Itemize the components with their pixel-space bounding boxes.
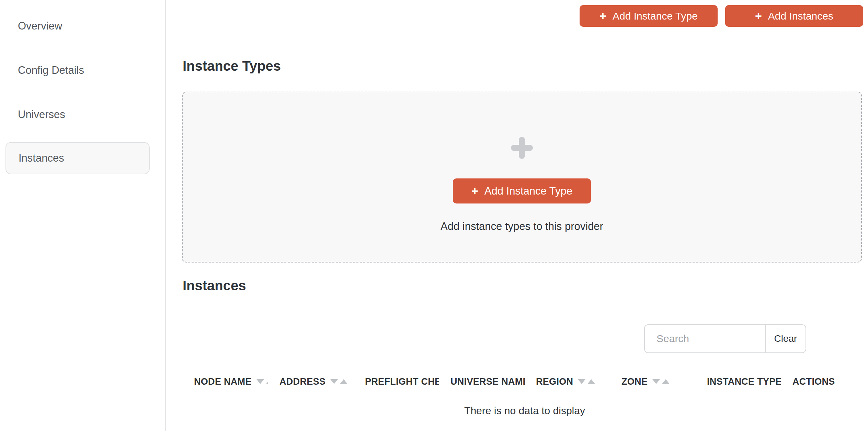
column-header-instance-type[interactable]: INSTANCE TYPE	[696, 373, 781, 391]
sort-icon[interactable]	[578, 379, 595, 384]
sidebar-item-config-details[interactable]: Config Details	[18, 64, 84, 77]
sidebar-item-instances[interactable]: Instances	[5, 142, 150, 174]
sidebar: Overview Config Details Universes Instan…	[0, 0, 166, 431]
sidebar-item-label: Instances	[19, 152, 64, 164]
column-header-node-name[interactable]: NODE NAME	[183, 373, 268, 391]
plus-icon	[511, 137, 533, 159]
search-group: Clear	[644, 324, 806, 353]
column-label: PREFLIGHT CHECK...	[365, 376, 439, 387]
add-instances-button[interactable]: + Add Instances	[725, 5, 863, 27]
column-header-zone[interactable]: ZONE	[610, 373, 696, 391]
column-label: ADDRESS	[279, 376, 326, 387]
sidebar-item-universes[interactable]: Universes	[18, 108, 65, 121]
add-instances-label: Add Instances	[768, 10, 833, 22]
main-content: + Add Instance Type + Add Instances Inst…	[166, 0, 868, 431]
plus-icon: +	[471, 185, 478, 197]
sidebar-item-overview[interactable]: Overview	[18, 20, 62, 33]
clear-button[interactable]: Clear	[765, 325, 806, 352]
plus-icon: +	[599, 10, 606, 22]
instances-section-title: Instances	[183, 278, 246, 293]
column-header-address[interactable]: ADDRESS	[268, 373, 354, 391]
instance-types-empty-state: + Add Instance Type Add instance types t…	[182, 92, 862, 263]
empty-state-caption: Add instance types to this provider	[441, 220, 603, 233]
column-label: NODE NAME	[194, 376, 252, 387]
instance-types-section-title: Instance Types	[183, 58, 281, 74]
column-label: ACTIONS	[792, 376, 835, 387]
column-header-region[interactable]: REGION	[525, 373, 610, 391]
column-label: INSTANCE TYPE	[707, 376, 781, 387]
column-header-universe-name[interactable]: UNIVERSE NAME	[439, 373, 525, 391]
sort-icon[interactable]	[330, 379, 347, 384]
column-header-actions: ACTIONS	[781, 373, 867, 391]
search-input[interactable]	[645, 325, 765, 352]
add-instance-type-button[interactable]: + Add Instance Type	[580, 5, 718, 27]
table-empty-message: There is no data to display	[183, 405, 867, 417]
column-header-preflight-check: PREFLIGHT CHECK...	[354, 373, 439, 391]
column-label: REGION	[536, 376, 573, 387]
sort-icon[interactable]	[652, 379, 670, 384]
sort-icon[interactable]	[256, 379, 268, 384]
instances-table-header: NODE NAME ADDRESS PREFLIGHT CHECK... UNI…	[183, 373, 867, 391]
plus-icon: +	[755, 10, 762, 22]
add-instance-type-label: Add Instance Type	[613, 10, 698, 22]
column-label: UNIVERSE NAME	[450, 376, 525, 387]
add-instance-type-empty-button[interactable]: + Add Instance Type	[453, 178, 591, 203]
column-label: ZONE	[621, 376, 648, 387]
add-instance-type-empty-label: Add Instance Type	[484, 185, 572, 197]
